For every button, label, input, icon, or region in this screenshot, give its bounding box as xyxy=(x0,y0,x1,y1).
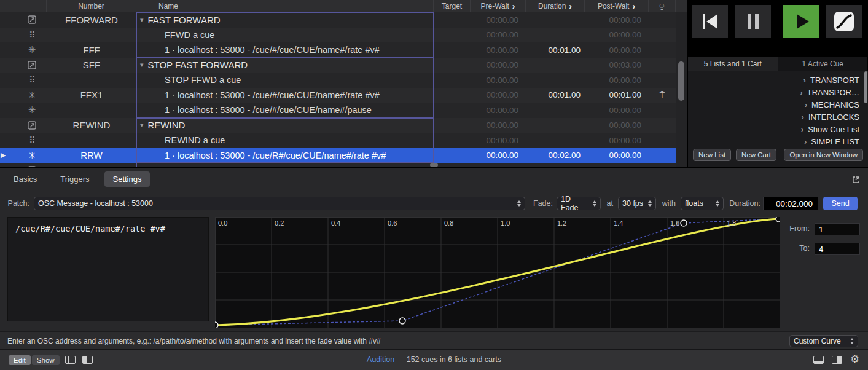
disclosure-triangle-icon[interactable]: ▾ xyxy=(140,121,144,129)
scrollbar-thumb[interactable] xyxy=(678,61,684,101)
with-label: with xyxy=(659,197,676,210)
icon-column-header xyxy=(17,0,47,12)
to-field[interactable]: 4 xyxy=(815,243,860,255)
cue-table-horizontal-scrollbar-thumb[interactable] xyxy=(430,163,438,167)
new-list-button[interactable]: New List xyxy=(693,149,731,161)
cue-list-item-simple-list[interactable]: ›SIMPLE LIST xyxy=(688,135,868,148)
axis-tick-label: 1.0 xyxy=(501,219,510,227)
post-wait-value: 00:00.00 xyxy=(585,28,649,43)
inspector-tabs: Basics Triggers Settings xyxy=(5,171,150,187)
column-header-number[interactable]: Number xyxy=(47,0,136,12)
curve-endpoint[interactable] xyxy=(215,322,218,328)
table-row[interactable]: ▾STOP REWIND xyxy=(0,163,687,167)
disclosure-triangle-icon[interactable]: ▾ xyxy=(140,16,144,24)
duration-value: 00:02.00 xyxy=(526,148,585,163)
axis-tick-label: 0.0 xyxy=(218,219,227,227)
lists-scrollbar-thumb[interactable] xyxy=(864,71,867,103)
cue-list-item-transport[interactable]: ›TRANSPORT xyxy=(688,74,868,86)
duration-value xyxy=(526,73,585,88)
axis-tick-label: 0.4 xyxy=(331,219,340,227)
column-header-name[interactable]: Name xyxy=(136,0,434,12)
cue-list-item-show-cue-list[interactable]: ›Show Cue List xyxy=(688,123,868,135)
table-row[interactable]: REWIND ▾REWIND 00:00.00 00:00.00 xyxy=(0,118,687,133)
toggle-right-panel-icon[interactable] xyxy=(832,356,842,364)
go-to-previous-cue-button[interactable] xyxy=(692,5,728,38)
stepper-icon xyxy=(648,200,652,207)
pre-wait-value: 00:00.00 xyxy=(471,42,526,58)
curve-control-point[interactable] xyxy=(681,220,687,226)
transport-controls xyxy=(688,0,868,43)
cue-name: ▾FAST FORWARD xyxy=(136,12,434,28)
cue-name: ▾REWIND xyxy=(136,118,434,133)
value-type-dropdown[interactable]: floats xyxy=(681,197,724,210)
cue-table-vertical-scrollbar[interactable] xyxy=(676,12,687,167)
panic-button[interactable] xyxy=(826,5,862,38)
column-header-duration[interactable]: Duration› xyxy=(526,0,585,12)
to-label: To: xyxy=(786,244,810,253)
post-wait-value: 00:00.00 xyxy=(585,133,649,148)
send-button[interactable]: Send xyxy=(823,197,858,210)
axis-tick-label: 1.4 xyxy=(614,219,623,227)
play-button[interactable] xyxy=(783,5,819,38)
cue-number: FFF xyxy=(47,42,136,58)
post-wait-value: 00:00.00 xyxy=(585,118,649,133)
post-wait-value: 00:01.00 xyxy=(585,88,649,103)
cue-list-item-mechanics[interactable]: ›MECHANICS xyxy=(688,98,868,111)
toggle-bottom-panel-icon[interactable] xyxy=(813,356,824,364)
curve-control-point[interactable] xyxy=(399,318,405,324)
fade-curve-editor[interactable] xyxy=(215,217,780,328)
post-wait-value: 00:00.00 xyxy=(585,73,649,88)
table-row[interactable]: FFORWARD ▾FAST FORWARD 00:00.00 00:00.00 xyxy=(0,12,687,28)
duration-value xyxy=(526,28,585,43)
table-row[interactable]: ✳ FFX1 1 · localhost : 53000 - /cue/#/cu… xyxy=(0,88,687,103)
tab-settings[interactable]: Settings xyxy=(104,171,151,187)
cue-number xyxy=(47,103,136,118)
tab-basics[interactable]: Basics xyxy=(5,171,45,187)
column-header-post-wait[interactable]: Post-Wait› xyxy=(585,0,649,12)
table-row-selected[interactable]: ▶ ✳ RRW 1 · localhost : 53000 - /cue/R#/… xyxy=(0,148,687,163)
from-field[interactable]: 1 xyxy=(815,223,860,235)
chevron-right-icon: › xyxy=(804,137,807,146)
duration-value: 00:01.00 xyxy=(526,88,585,103)
fps-dropdown[interactable]: 30 fps xyxy=(618,197,656,210)
tab-active-cues[interactable]: 1 Active Cue xyxy=(778,57,868,71)
cue-list-item-transpor[interactable]: ›TRANSPOR… xyxy=(688,86,868,98)
duration-field[interactable]: 00:02.000 xyxy=(763,197,818,210)
column-header-target[interactable]: Target xyxy=(434,0,471,12)
group-cue-icon xyxy=(17,118,47,133)
lists-panel-tabs: 5 Lists and 1 Cart 1 Active Cue xyxy=(688,57,868,71)
cue-name: 1 · localhost : 53000 - /cue/#/cue/CUE/n… xyxy=(136,88,434,103)
column-header-trigger[interactable]: ⍜ xyxy=(649,0,676,12)
disclosure-triangle-icon[interactable]: ▾ xyxy=(140,61,144,69)
fade-type-dropdown[interactable]: 1D Fade xyxy=(557,197,601,210)
new-cart-button[interactable]: New Cart xyxy=(736,149,776,161)
pause-button[interactable] xyxy=(735,5,771,38)
chevron-right-icon: › xyxy=(802,112,804,122)
audition-mode-label[interactable]: Audition xyxy=(367,355,394,364)
cue-list-item-interlocks[interactable]: ›INTERLOCKS xyxy=(688,111,868,123)
stepper-icon xyxy=(517,200,521,207)
table-row[interactable]: SFF ▾STOP FAST FORWARD 00:00.00 00:03.00 xyxy=(0,58,687,73)
patch-dropdown[interactable]: OSC Message - localhost : 53000 xyxy=(34,197,525,210)
pre-wait-value: 00:00.00 xyxy=(471,133,526,148)
osc-message-input[interactable]: /cue/R#/cue/CUE/name#/rate #v# xyxy=(7,217,209,321)
curve-endpoint[interactable] xyxy=(776,217,780,222)
table-row[interactable]: ⠿ REWIND a cue 00:00.00 00:00.00 xyxy=(0,133,687,148)
curve-mode-dropdown[interactable]: Custom Curve xyxy=(789,335,858,347)
tab-triggers[interactable]: Triggers xyxy=(52,171,98,187)
cue-inspector: Basics Triggers Settings Patch: OSC Mess… xyxy=(0,167,868,349)
lists-panel-buttons: New List New Cart Open in New Window xyxy=(688,149,868,161)
column-header-pre-wait[interactable]: Pre-Wait› xyxy=(471,0,526,12)
osc-help-text: Enter an OSC address and arguments, e.g.… xyxy=(7,337,381,345)
tab-lists-and-carts[interactable]: 5 Lists and 1 Cart xyxy=(688,57,778,71)
table-row[interactable]: ✳ FFF 1 · localhost : 53000 - /cue/#/cue… xyxy=(0,42,687,58)
open-inspector-in-window-button[interactable] xyxy=(851,175,861,187)
table-row[interactable]: ⠿ STOP FFWD a cue 00:00.00 00:00.00 xyxy=(0,73,687,88)
open-in-new-window-button[interactable]: Open in New Window xyxy=(784,149,863,161)
table-row[interactable]: ✳ 1 · localhost : 53000 - /cue/#/cue/CUE… xyxy=(0,103,687,118)
network-cue-icon: ✳ xyxy=(17,148,47,163)
cue-name: FFWD a cue xyxy=(136,28,434,43)
gear-icon[interactable]: ⚙ xyxy=(850,353,859,366)
axis-tick-label: 1.2 xyxy=(557,219,566,227)
table-row[interactable]: ⠿ FFWD a cue 00:00.00 00:00.00 xyxy=(0,28,687,43)
